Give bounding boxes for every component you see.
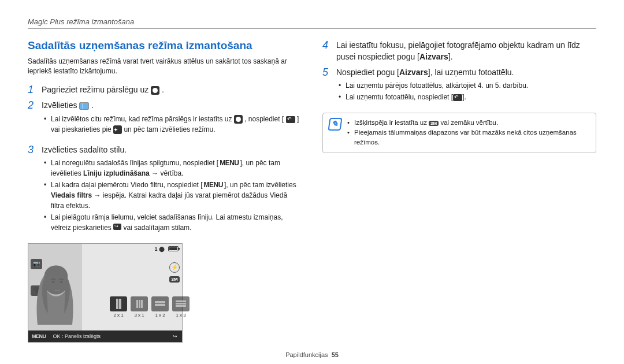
resolution-3m-icon: 3M: [429, 121, 439, 126]
step-text: Lai iestatītu fokusu, pielāgojiet fotogr…: [336, 40, 580, 61]
flash-icon: ⚡: [169, 262, 180, 273]
step-text: Izvēlieties sadalīto stilu.: [42, 145, 127, 154]
page-header: Magic Plus režīma izmantošana: [28, 17, 596, 26]
person-illustration: [32, 250, 78, 325]
back-icon: [453, 94, 462, 101]
step-2-sub: Lai izvēlētos citu režīmu, kad režīma pā…: [44, 114, 302, 135]
bold-text: Līniju izpludināšana: [83, 169, 150, 177]
step-text: .: [91, 101, 94, 110]
battery-icon: [168, 246, 179, 251]
step-text: .: [162, 85, 164, 94]
layout-1x3[interactable]: [172, 296, 190, 311]
text: Izšķirtspēja ir iestatīta uz: [354, 119, 429, 126]
step-text: Nospiediet pogu [: [336, 68, 399, 77]
redo-icon: [113, 224, 121, 230]
back-icon: [286, 116, 295, 123]
step-3-sub: Lai noregulētu sadalošās līnijas spilgtu…: [44, 158, 302, 179]
step-number: 3: [28, 144, 42, 239]
step-3-sub: Lai kadra daļai piemērotu Viedo filtru, …: [44, 180, 302, 211]
step-1: Pagrieziet režīmu pārslēgu uz .: [42, 84, 302, 96]
page-footer: Papildfunkcijas 55: [0, 351, 624, 358]
text: , nospiediet [: [244, 115, 284, 123]
mode-dial-icon: [151, 86, 159, 95]
camera-bottom-bar: MENU OK : Panelis izslēgts ↪: [28, 330, 182, 342]
panel-status-text: OK : Panelis izslēgts: [50, 333, 169, 339]
forward-button[interactable]: ↪: [168, 333, 182, 339]
split-panel-right: 1 ⬤ ⚡ 3M 2 x 1 3 x 1 1 x 2 1 x 3: [82, 244, 182, 330]
split-shot-icon: [79, 102, 89, 110]
section-intro: Sadalītās uzņemšanas režīmā varat tvert …: [28, 57, 294, 77]
step-number: 2: [28, 99, 42, 140]
text: ].: [462, 93, 466, 101]
text: ], un pēc tam izvēlieties: [224, 181, 296, 189]
text: Lai kadra daļai piemērotu Viedo filtru, …: [51, 181, 203, 189]
step-5-sub: Lai uzņemtu fotoattēlu, nospiediet [].: [339, 92, 596, 102]
layout-label: 1 x 2: [155, 313, 165, 318]
note-item: Pieejamais tālummaiņas diapazons var būt…: [347, 128, 590, 148]
note-item: Izšķirtspēja ir iestatīta uz 3M vai zemā…: [347, 118, 590, 128]
menu-icon: MENU: [218, 158, 240, 168]
text: vai sadalītajam stilam.: [121, 224, 191, 232]
layout-3x1[interactable]: [131, 296, 148, 311]
layout-1x2[interactable]: [151, 296, 169, 311]
menu-button[interactable]: MENU: [28, 333, 50, 339]
text: Lai izvēlētos citu režīmu, kad režīma pā…: [51, 115, 234, 123]
text: un pēc tam izvēlieties režīmu.: [124, 125, 215, 133]
bold-text: Aizvars: [399, 68, 428, 77]
step-4: Lai iestatītu fokusu, pielāgojiet fotogr…: [336, 39, 596, 63]
text: Lai uzņemtu fotoattēlu, nospiediet [: [346, 93, 453, 101]
step-2: Izvēlieties . Lai izvēlētos citu režīmu,…: [42, 99, 302, 140]
step-3-sub: Lai pielāgotu rāmja lielumu, velciet sad…: [44, 212, 302, 233]
note-box: ✎ Izšķirtspēja ir iestatīta uz 3M vai ze…: [322, 113, 596, 153]
layout-label: 3 x 1: [134, 313, 144, 318]
layout-2x1[interactable]: [110, 296, 127, 311]
step-number: 1: [28, 84, 42, 96]
step-5-sub: Lai uzņemtu pārējos fotoattēlus, atkārto…: [339, 80, 596, 91]
step-text: ], lai uzņemtu fotoattēlu.: [428, 68, 514, 77]
text: vai zemāku vērtību.: [439, 119, 498, 126]
layout-label: 2 x 1: [113, 313, 123, 318]
svg-point-1: [53, 281, 54, 283]
menu-icon: MENU: [203, 180, 224, 190]
split-panel-left: 📷 🎥: [28, 244, 82, 330]
resolution-badge: 3M: [169, 276, 180, 283]
shot-count: 1 ⬤: [154, 246, 165, 252]
step-number: 4: [322, 39, 336, 63]
svg-point-2: [61, 281, 62, 283]
bold-text: Aizvars: [419, 52, 448, 61]
section-title: Sadalītās uzņemšanas režīma izmantošana: [28, 39, 302, 52]
mode-star-icon: ✦: [113, 125, 122, 134]
layout-label: 1 x 3: [176, 313, 185, 318]
text: → vērtība.: [150, 169, 184, 177]
mode-dial-icon: [234, 115, 243, 124]
text: Lai noregulētu sadalošās līnijas spilgtu…: [51, 159, 218, 167]
footer-label: Papildfunkcijas: [285, 351, 328, 358]
step-text: Pagrieziet režīmu pārslēgu uz: [42, 85, 151, 94]
step-3: Izvēlieties sadalīto stilu. Lai noregulē…: [42, 144, 302, 239]
page-number: 55: [332, 351, 339, 358]
step-5: Nospiediet pogu [Aizvars], lai uzņemtu f…: [336, 66, 596, 108]
camera-preview: 📷 🎥: [28, 243, 183, 343]
divider: [28, 28, 596, 29]
step-text: Izvēlieties: [42, 101, 79, 110]
layout-panel: 2 x 1 3 x 1 1 x 2 1 x 3: [110, 296, 190, 318]
bold-text: Viedais filtrs: [51, 191, 92, 199]
note-icon: ✎: [328, 118, 342, 131]
step-number: 5: [322, 66, 336, 108]
step-text: ].: [448, 52, 453, 61]
